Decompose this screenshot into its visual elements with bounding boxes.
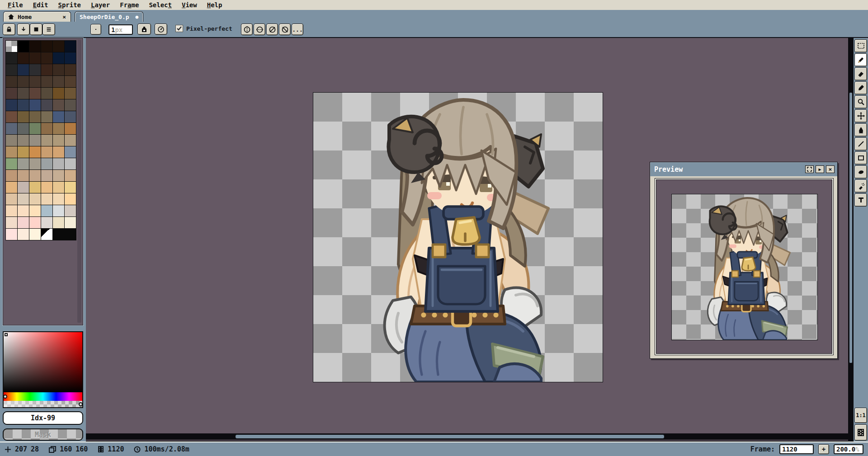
palette-swatch-60[interactable]: [6, 158, 17, 169]
hue-slider[interactable]: [4, 392, 82, 401]
mask-color-button[interactable]: Mask: [3, 428, 83, 441]
palette-swatch-55[interactable]: [18, 146, 29, 158]
palette-swatch-78[interactable]: [6, 193, 17, 205]
symmetry-antidiagonal-button[interactable]: [279, 24, 291, 35]
vertical-scrollbar-thumb[interactable]: [849, 92, 853, 363]
palette-swatch-89[interactable]: [65, 205, 76, 216]
palette-swatch-24[interactable]: [6, 88, 17, 99]
palette-swatch-26[interactable]: [29, 88, 41, 99]
palette-swatch-83[interactable]: [65, 193, 76, 205]
palette-swatch-95[interactable]: [65, 217, 76, 228]
palette-scrollbar[interactable]: [77, 40, 81, 323]
vertical-scrollbar[interactable]: [848, 38, 854, 442]
rectangular-marquee-tool[interactable]: [854, 39, 867, 52]
menu-edit[interactable]: Edit: [28, 1, 53, 9]
palette-swatch-30[interactable]: [6, 99, 17, 111]
drop-pixels-button[interactable]: [17, 24, 30, 35]
palette-swatch-90[interactable]: [6, 217, 17, 228]
palette-swatch-56[interactable]: [29, 146, 41, 158]
palette-swatch-85[interactable]: [18, 205, 29, 216]
symmetry-horizontal-button[interactable]: [254, 24, 265, 35]
palette-swatch-12[interactable]: [6, 64, 17, 75]
zoom-1-1-button[interactable]: 1:1: [854, 408, 867, 423]
tab-home[interactable]: Home ×: [3, 11, 71, 22]
palette-swatch-82[interactable]: [53, 193, 64, 205]
palette-swatch-63[interactable]: [41, 158, 52, 169]
palette-swatch-93[interactable]: [41, 217, 52, 228]
alpha-marker[interactable]: [79, 402, 83, 406]
add-frame-button[interactable]: +: [818, 444, 829, 454]
horizontal-scrollbar-thumb[interactable]: [235, 434, 665, 439]
palette-swatch-36[interactable]: [6, 111, 17, 122]
palette-swatch-96[interactable]: [6, 229, 17, 240]
horizontal-scrollbar[interactable]: [86, 433, 848, 440]
palette-swatch-87[interactable]: [41, 205, 52, 216]
palette-swatch-5[interactable]: [65, 41, 76, 52]
palette-swatch-91[interactable]: [18, 217, 29, 228]
palette-swatch-54[interactable]: [6, 146, 17, 158]
ink-button[interactable]: [137, 24, 151, 35]
tab-sprite-file[interactable]: SheepOrDie_0.p ●: [75, 11, 143, 22]
pencil-tool[interactable]: [854, 53, 867, 66]
palette-swatch-57[interactable]: [41, 146, 52, 158]
preview-close-button[interactable]: ×: [826, 165, 835, 173]
palette-swatch-44[interactable]: [29, 123, 41, 134]
palette-swatch-21[interactable]: [41, 76, 52, 87]
palette-swatch-40[interactable]: [53, 111, 64, 122]
palette-swatch-66[interactable]: [6, 170, 17, 181]
foreground-color-index[interactable]: Idx-99: [3, 411, 83, 425]
palette-swatch-68[interactable]: [29, 170, 41, 181]
palette-swatch-88[interactable]: [53, 205, 64, 216]
rectangle-tool[interactable]: [854, 151, 867, 165]
palette-swatch-84[interactable]: [6, 205, 17, 216]
dynamics-button[interactable]: [155, 24, 167, 35]
palette-swatch-80[interactable]: [29, 193, 41, 205]
palette-swatch-61[interactable]: [18, 158, 29, 169]
palette-swatch-46[interactable]: [53, 123, 64, 134]
palette-swatch-43[interactable]: [18, 123, 29, 134]
palette-swatch-71[interactable]: [65, 170, 76, 181]
preview-play-button[interactable]: ▶: [816, 165, 824, 173]
palette-swatch-13[interactable]: [18, 64, 29, 75]
lock-button[interactable]: [3, 24, 15, 35]
line-tool[interactable]: [854, 137, 867, 150]
palette-swatch-25[interactable]: [18, 88, 29, 99]
palette-swatch-4[interactable]: [53, 41, 64, 52]
contour-tool[interactable]: [854, 165, 867, 179]
palette-swatch-20[interactable]: [29, 76, 41, 87]
palette-swatch-41[interactable]: [65, 111, 76, 122]
menu-file[interactable]: File: [3, 1, 28, 9]
move-tool[interactable]: [854, 109, 867, 122]
palette-swatch-33[interactable]: [41, 99, 52, 111]
palette-swatch-9[interactable]: [41, 52, 52, 64]
palette-swatch-92[interactable]: [29, 217, 41, 228]
fill-button[interactable]: [30, 24, 42, 35]
palette-swatch-62[interactable]: [29, 158, 41, 169]
palette-swatch-65[interactable]: [65, 158, 76, 169]
palette-swatch-3[interactable]: [41, 41, 52, 52]
palette-swatch-76[interactable]: [53, 182, 64, 193]
palette-swatch-6[interactable]: [6, 52, 17, 64]
palette-swatch-48[interactable]: [6, 135, 17, 146]
hue-marker[interactable]: [3, 395, 7, 399]
paint-bucket-tool[interactable]: [854, 123, 867, 136]
palette-swatch-74[interactable]: [29, 182, 41, 193]
text-tool[interactable]: [854, 193, 867, 207]
menu-select[interactable]: Select: [144, 1, 177, 9]
eyedropper-tool[interactable]: [854, 81, 867, 94]
palette-swatch-8[interactable]: [29, 52, 41, 64]
palette-swatch-10[interactable]: [53, 52, 64, 64]
palette-swatch-22[interactable]: [53, 76, 64, 87]
palette-swatch-99[interactable]: [41, 229, 52, 240]
palette-swatch-64[interactable]: [53, 158, 64, 169]
menu-layer[interactable]: Layer: [86, 1, 115, 9]
palette-swatch-53[interactable]: [65, 135, 76, 146]
palette-swatch-7[interactable]: [18, 52, 29, 64]
palette-swatch-35[interactable]: [65, 99, 76, 111]
palette-swatch-59[interactable]: [65, 146, 76, 158]
palette-swatch-81[interactable]: [41, 193, 52, 205]
palette-swatch-94[interactable]: [53, 217, 64, 228]
symmetry-options-button[interactable]: ...: [292, 24, 303, 35]
palette-swatch-79[interactable]: [18, 193, 29, 205]
brush-size-field[interactable]: 1px: [108, 24, 133, 35]
